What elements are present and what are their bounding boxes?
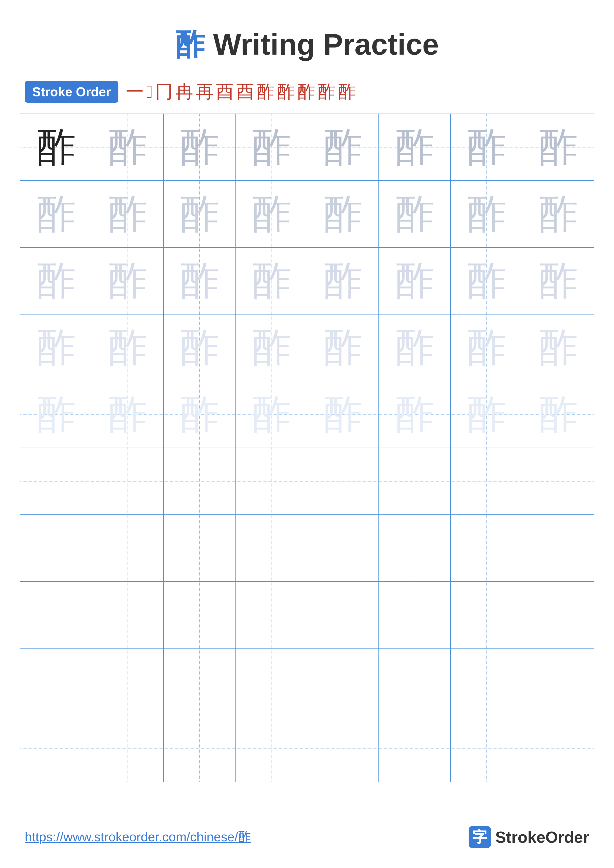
grid-cell[interactable]: 酢 <box>163 381 235 448</box>
grid-cell[interactable] <box>451 515 522 581</box>
practice-char: 酢 <box>108 192 148 236</box>
grid-cell[interactable]: 酢 <box>20 248 92 314</box>
practice-char: 酢 <box>36 392 76 437</box>
practice-char: 酢 <box>395 259 434 303</box>
stroke-2: 𠃌 <box>146 82 152 102</box>
grid-cell[interactable]: 酢 <box>92 181 164 248</box>
grid-cell[interactable]: 酢 <box>163 248 235 314</box>
grid-cell[interactable] <box>235 581 307 648</box>
grid-cell[interactable] <box>379 581 451 648</box>
grid-cell[interactable] <box>307 648 379 715</box>
grid-cell[interactable] <box>522 715 594 782</box>
table-row: 酢 酢 酢 酢 酢 酢 酢 酢 <box>20 114 594 181</box>
grid-cell[interactable]: 酢 <box>379 314 451 381</box>
grid-cell[interactable]: 酢 <box>163 181 235 248</box>
grid-cell[interactable]: 酢 <box>522 248 594 314</box>
grid-cell[interactable]: 酢 <box>522 314 594 381</box>
grid-cell[interactable]: 酢 <box>92 314 164 381</box>
grid-cell[interactable] <box>92 515 164 581</box>
grid-cell[interactable]: 酢 <box>307 181 379 248</box>
grid-cell[interactable] <box>307 715 379 782</box>
grid-cell[interactable] <box>92 715 164 782</box>
grid-cell[interactable]: 酢 <box>307 381 379 448</box>
grid-cell[interactable] <box>92 581 164 648</box>
grid-cell[interactable]: 酢 <box>379 248 451 314</box>
grid-cell[interactable] <box>307 581 379 648</box>
practice-char: 酢 <box>323 392 362 437</box>
grid-cell[interactable] <box>379 448 451 515</box>
grid-cell[interactable]: 酢 <box>522 114 594 181</box>
grid-cell[interactable] <box>92 448 164 515</box>
grid-cell[interactable] <box>163 581 235 648</box>
grid-cell[interactable] <box>20 448 92 515</box>
grid-cell[interactable] <box>163 515 235 581</box>
grid-cell[interactable]: 酢 <box>379 114 451 181</box>
grid-cell[interactable]: 酢 <box>20 181 92 248</box>
grid-cell[interactable] <box>379 648 451 715</box>
practice-char: 酢 <box>252 259 291 303</box>
grid-cell[interactable] <box>235 648 307 715</box>
grid-cell[interactable]: 酢 <box>163 314 235 381</box>
grid-cell[interactable] <box>307 515 379 581</box>
grid-cell[interactable]: 酢 <box>92 381 164 448</box>
grid-cell[interactable] <box>522 448 594 515</box>
practice-char: 酢 <box>466 192 506 236</box>
practice-char: 酢 <box>395 326 434 370</box>
table-row: 酢 酢 酢 酢 酢 酢 酢 酢 <box>20 181 594 248</box>
practice-char: 酢 <box>323 192 362 236</box>
grid-cell[interactable]: 酢 <box>379 181 451 248</box>
grid-cell[interactable] <box>522 581 594 648</box>
grid-cell[interactable]: 酢 <box>92 114 164 181</box>
grid-cell[interactable] <box>20 515 92 581</box>
grid-cell[interactable] <box>451 715 522 782</box>
grid-cell[interactable] <box>20 581 92 648</box>
grid-cell[interactable] <box>163 648 235 715</box>
grid-cell[interactable] <box>522 648 594 715</box>
grid-cell[interactable]: 酢 <box>451 248 522 314</box>
grid-cell[interactable] <box>20 715 92 782</box>
grid-cell[interactable]: 酢 <box>235 314 307 381</box>
grid-cell[interactable]: 酢 <box>235 381 307 448</box>
footer-url[interactable]: https://www.strokeorder.com/chinese/酢 <box>25 828 251 846</box>
grid-cell[interactable]: 酢 <box>451 314 522 381</box>
grid-cell[interactable]: 酢 <box>307 314 379 381</box>
grid-cell[interactable]: 酢 <box>92 248 164 314</box>
grid-cell[interactable] <box>451 448 522 515</box>
stroke-8: 酢 <box>256 80 274 104</box>
grid-cell[interactable]: 酢 <box>451 181 522 248</box>
grid-cell[interactable] <box>163 715 235 782</box>
grid-cell[interactable]: 酢 <box>235 181 307 248</box>
practice-grid: 酢 酢 酢 酢 酢 酢 酢 酢 <box>20 113 594 782</box>
grid-cell[interactable]: 酢 <box>235 114 307 181</box>
grid-cell[interactable]: 酢 <box>20 114 92 181</box>
practice-char: 酢 <box>395 392 434 437</box>
grid-cell[interactable] <box>451 581 522 648</box>
grid-cell[interactable] <box>522 515 594 581</box>
grid-cell[interactable] <box>235 515 307 581</box>
grid-cell[interactable]: 酢 <box>451 381 522 448</box>
grid-cell[interactable] <box>451 648 522 715</box>
grid-cell[interactable]: 酢 <box>451 114 522 181</box>
grid-cell[interactable] <box>379 515 451 581</box>
grid-cell[interactable] <box>235 448 307 515</box>
grid-cell[interactable]: 酢 <box>307 248 379 314</box>
grid-cell[interactable] <box>235 715 307 782</box>
grid-cell[interactable]: 酢 <box>235 248 307 314</box>
grid-cell[interactable]: 酢 <box>163 114 235 181</box>
grid-cell[interactable] <box>163 448 235 515</box>
grid-cell[interactable] <box>379 715 451 782</box>
grid-cell[interactable]: 酢 <box>522 181 594 248</box>
practice-char: 酢 <box>180 326 219 370</box>
grid-cell[interactable] <box>307 448 379 515</box>
stroke-11: 酢 <box>317 80 335 104</box>
practice-char: 酢 <box>395 192 434 236</box>
grid-cell[interactable] <box>20 648 92 715</box>
stroke-6: 酉 <box>216 80 234 104</box>
grid-cell[interactable]: 酢 <box>522 381 594 448</box>
grid-cell[interactable] <box>92 648 164 715</box>
grid-cell[interactable]: 酢 <box>379 381 451 448</box>
grid-cell[interactable]: 酢 <box>307 114 379 181</box>
grid-cell[interactable]: 酢 <box>20 381 92 448</box>
practice-char: 酢 <box>323 326 362 370</box>
grid-cell[interactable]: 酢 <box>20 314 92 381</box>
